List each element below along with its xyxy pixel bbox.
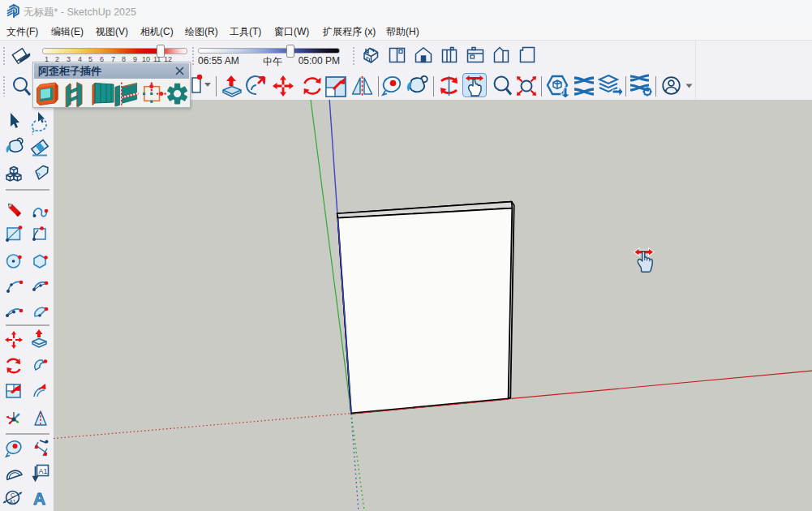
svg-text:C: C — [11, 492, 15, 498]
svg-text:A: A — [33, 489, 45, 508]
svg-text:A1: A1 — [39, 467, 48, 475]
svg-text:A1: A1 — [10, 499, 16, 505]
